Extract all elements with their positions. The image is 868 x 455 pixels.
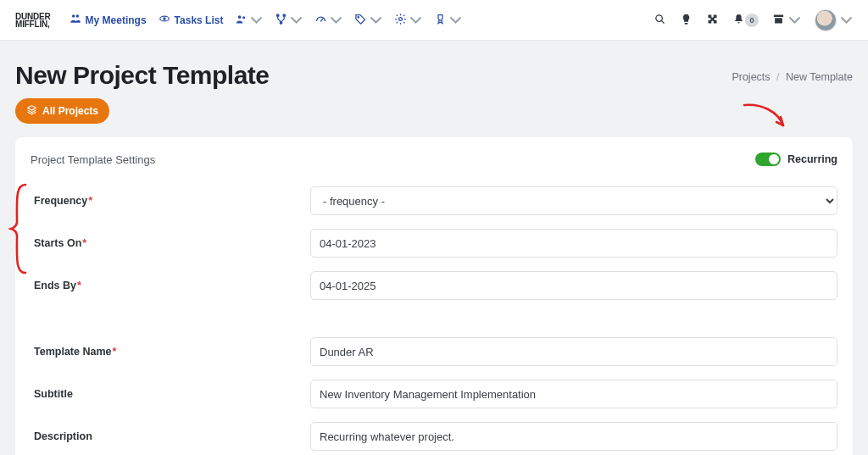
all-projects-label: All Projects (42, 105, 98, 117)
bulb-button[interactable] (680, 13, 693, 28)
row-ends-by: Ends By* (31, 271, 837, 300)
nav-settings-menu[interactable] (394, 13, 422, 28)
nav-award-menu[interactable] (434, 13, 462, 28)
label-frequency: Frequency* (31, 195, 310, 207)
search-button[interactable] (654, 13, 666, 28)
nav-tasks-list-label: Tasks List (175, 14, 224, 26)
chevron-down-icon (840, 14, 853, 26)
card-title: Project Template Settings (31, 153, 155, 166)
nav-tag-menu[interactable] (354, 13, 382, 28)
top-nav: DUNDER MIFFLIN, My Meetings Tasks List (0, 0, 868, 41)
ends-by-input[interactable] (310, 271, 837, 300)
archive-icon (772, 13, 785, 28)
starts-on-input[interactable] (310, 229, 837, 258)
svg-point-3 (163, 18, 164, 19)
all-projects-button[interactable]: All Projects (15, 98, 109, 124)
bulb-icon (680, 13, 693, 28)
row-description: Description (31, 422, 837, 451)
annotation-bracket (8, 181, 27, 276)
puzzle-icon (706, 13, 719, 28)
annotation-arrow (741, 100, 792, 134)
breadcrumb: Projects / New Template (732, 71, 853, 83)
chevron-down-icon (449, 14, 462, 26)
label-description: Description (31, 430, 310, 442)
search-icon (654, 13, 666, 28)
award-icon (434, 13, 447, 28)
puzzle-button[interactable] (706, 13, 719, 28)
bell-icon (732, 13, 745, 28)
settings-card: Project Template Settings Recurring Freq… (15, 137, 853, 455)
svg-point-4 (238, 15, 242, 19)
notifications-button[interactable]: 0 (732, 13, 759, 28)
nav-right: 0 (654, 9, 853, 31)
label-ends-by: Ends By* (31, 280, 310, 291)
label-template-name: Template Name* (31, 346, 310, 358)
chevron-down-icon (788, 14, 801, 26)
tag-icon (354, 13, 367, 28)
archive-menu[interactable] (772, 13, 801, 28)
brand-line2: MIFFLIN, (15, 20, 51, 28)
breadcrumb-separator: / (776, 71, 779, 83)
eye-icon (159, 13, 170, 27)
row-frequency: Frequency* - frequency - (31, 186, 837, 215)
layers-icon (26, 104, 37, 118)
chevron-down-icon (409, 14, 422, 26)
svg-point-0 (72, 14, 75, 18)
nav-branch-menu[interactable] (275, 13, 303, 28)
user-menu[interactable] (815, 9, 853, 31)
chevron-down-icon (370, 14, 382, 26)
nav-people-menu[interactable] (235, 13, 263, 28)
template-name-input[interactable] (310, 337, 837, 366)
breadcrumb-projects[interactable]: Projects (732, 71, 770, 83)
page-title: New Project Template (15, 61, 270, 90)
brand-logo[interactable]: DUNDER MIFFLIN, (15, 13, 51, 28)
nav-tasks-list[interactable]: Tasks List (159, 13, 224, 27)
meetings-icon (70, 13, 81, 27)
nav-dashboard-menu[interactable] (314, 13, 342, 28)
avatar (815, 9, 837, 31)
bell-count-badge: 0 (745, 14, 759, 27)
svg-point-6 (277, 14, 280, 16)
subtitle-input[interactable] (310, 380, 837, 408)
recurring-label: Recurring (787, 153, 837, 165)
gauge-icon (314, 13, 327, 28)
chevron-down-icon (330, 14, 342, 26)
card-header: Project Template Settings Recurring (31, 153, 837, 166)
branch-icon (275, 13, 287, 28)
recurring-toggle-wrap: Recurring (755, 153, 837, 166)
row-template-name: Template Name* (31, 337, 837, 366)
label-subtitle: Subtitle (31, 388, 310, 400)
chevron-down-icon (290, 14, 303, 26)
nav-my-meetings[interactable]: My Meetings (70, 13, 147, 27)
nav-my-meetings-label: My Meetings (86, 14, 147, 26)
svg-point-7 (283, 14, 286, 16)
nav-left: My Meetings Tasks List (70, 13, 463, 28)
label-starts-on: Starts On* (31, 237, 310, 249)
chevron-down-icon (250, 14, 263, 26)
svg-point-10 (399, 17, 403, 20)
svg-point-1 (75, 14, 79, 18)
svg-point-9 (358, 16, 359, 18)
frequency-select[interactable]: - frequency - (310, 186, 837, 215)
svg-point-11 (656, 14, 663, 21)
row-starts-on: Starts On* (31, 229, 837, 258)
recurring-toggle[interactable] (755, 153, 781, 166)
row-subtitle: Subtitle (31, 380, 837, 408)
description-input[interactable] (310, 422, 837, 451)
svg-point-5 (243, 16, 246, 19)
page-header: New Project Template All Projects Projec… (0, 41, 868, 132)
gear-icon (394, 13, 407, 28)
people-icon (235, 13, 248, 28)
breadcrumb-current: New Template (786, 71, 853, 83)
